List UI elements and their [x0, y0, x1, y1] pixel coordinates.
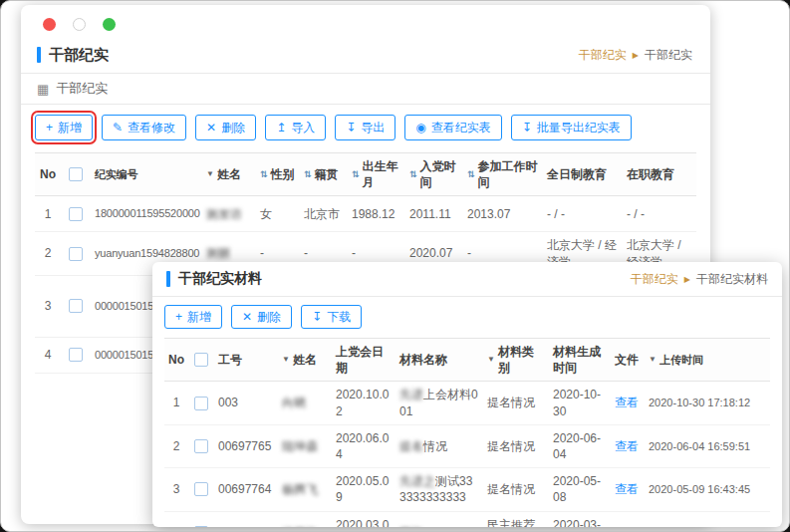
column-label: 上传时间: [659, 353, 703, 368]
column-header[interactable]: ▼姓名: [202, 161, 256, 187]
table-cell: 2020-06-04 16:59:51: [645, 434, 750, 459]
breadcrumb: 干部纪实 ▶ 干部纪实材料: [631, 271, 768, 288]
select-all-checkbox[interactable]: [194, 353, 208, 367]
title-accent-bar: [166, 271, 170, 287]
column-header[interactable]: ▼姓名: [278, 347, 332, 373]
view-edit-button[interactable]: ✎查看修改: [102, 115, 186, 140]
row-checkbox[interactable]: [194, 439, 208, 453]
maximize-button[interactable]: [103, 18, 116, 31]
row-checkbox[interactable]: [69, 299, 83, 313]
table-cell: 2020.05.09: [332, 468, 395, 510]
table-cell: 测发语: [202, 201, 256, 227]
checkbox-cell: [188, 434, 214, 458]
column-header: 文件: [611, 347, 645, 373]
redacted-text: 先进之: [399, 474, 435, 488]
view-file-link[interactable]: 查看: [615, 439, 639, 453]
table-row: 300697764杨腾飞2020.05.09先进之测试333333333333提…: [164, 468, 770, 511]
row-checkbox[interactable]: [69, 207, 83, 221]
table-cell: 2020-05-08: [549, 468, 611, 510]
import-button[interactable]: ↥导入: [265, 115, 326, 140]
redacted-text: 先进: [399, 388, 423, 401]
export-icon: ↧: [522, 122, 532, 133]
checkbox-cell: [61, 343, 91, 367]
column-header[interactable]: ⇅参加工作时间: [463, 153, 543, 195]
close-button[interactable]: [43, 18, 56, 31]
row-index-cell: 4: [35, 342, 61, 368]
column-header[interactable]: ▼材料类别: [483, 339, 549, 381]
button-label: 下载: [327, 309, 351, 326]
column-label: 在职教育: [627, 166, 674, 182]
column-header[interactable]: ▼上传时间: [645, 348, 750, 373]
table-header-row: No纪实编号▼姓名⇅性别⇅籍贯⇅出生年月⇅入党时间⇅参加工作时间全日制教育在职教…: [35, 152, 696, 196]
sort-icon: ⇅: [260, 170, 268, 179]
table-cell: 2020-03-04: [549, 512, 611, 528]
row-checkbox[interactable]: [194, 397, 208, 410]
table-cell: 提名情况: [395, 433, 483, 459]
column-label: 籍贯: [315, 166, 339, 182]
column-header: 工号: [214, 347, 278, 373]
row-checkbox[interactable]: [69, 348, 83, 362]
row-checkbox[interactable]: [69, 247, 83, 261]
table-cell: 2020.06.04: [332, 425, 395, 467]
table-cell: 2020-05-09 16:43:45: [645, 477, 750, 502]
column-header[interactable]: ⇅籍贯: [300, 161, 348, 187]
breadcrumb-parent[interactable]: 干部纪实: [631, 271, 678, 288]
table-header-row: No工号▼姓名上党会日期材料名称▼材料类别材料生成时间文件▼上传时间: [164, 338, 770, 382]
table-cell: 00697765: [214, 433, 278, 459]
view-file-link[interactable]: 查看: [615, 396, 639, 409]
table-cell: 杨腾飞: [278, 476, 332, 502]
column-label: 性别: [271, 166, 295, 182]
column-header: No: [35, 161, 61, 187]
button-label: 新增: [58, 120, 82, 136]
export-button[interactable]: ↧导出: [335, 115, 395, 140]
page-header: 干部纪实材料 干部纪实 ▶ 干部纪实材料: [152, 262, 782, 296]
redacted-text: 腾飞: [399, 526, 423, 527]
button-label: 批量导出纪实表: [537, 120, 621, 136]
table-cell: 汤腾飞: [278, 520, 332, 527]
column-header[interactable]: ⇅性别: [256, 161, 300, 187]
table-cell: 提名情况: [483, 433, 549, 459]
minimize-button[interactable]: [73, 18, 86, 31]
table-row: 200697765陆坤森2020.06.04提名情况提名情况2020-06-04…: [164, 425, 770, 468]
download-button[interactable]: ↧下载: [301, 305, 362, 329]
checkbox-cell: [188, 521, 214, 527]
delete-button[interactable]: ✕删除: [195, 115, 256, 140]
batch-export-record-table-button[interactable]: ↧批量导出纪实表: [511, 115, 632, 140]
row-index-cell: 4: [164, 520, 188, 527]
table-cell: 1988.12: [348, 201, 405, 227]
table-cell: 提名情况: [483, 476, 549, 502]
column-header: No: [164, 347, 188, 373]
row-checkbox[interactable]: [194, 482, 208, 496]
delete-button[interactable]: ✕删除: [231, 305, 292, 329]
row-checkbox[interactable]: [194, 526, 208, 527]
column-label: 文件: [615, 352, 639, 368]
select-all-checkbox[interactable]: [69, 167, 83, 181]
eye-icon: ◉: [415, 122, 425, 133]
view-file-link[interactable]: 查看: [615, 526, 639, 527]
column-label: 上党会日期: [336, 344, 392, 376]
table-cell: 2011.11: [405, 201, 463, 227]
view-file-link[interactable]: 查看: [615, 482, 639, 496]
column-label: 材料类别: [498, 344, 545, 376]
redacted-text: 陆坤森: [282, 439, 318, 453]
table-cell: 查看: [611, 520, 645, 527]
row-index-cell: 1: [35, 201, 61, 227]
page-title: 干部纪实材料: [178, 270, 262, 288]
column-label: 工号: [218, 352, 242, 368]
column-label: 姓名: [293, 352, 317, 368]
breadcrumb-parent[interactable]: 干部纪实: [579, 47, 627, 64]
column-header[interactable]: ⇅入党时间: [405, 153, 463, 195]
table-cell: 003: [214, 390, 278, 415]
checkbox-cell: [188, 477, 214, 501]
add-button[interactable]: +新增: [35, 115, 93, 140]
table-row: 400697764汤腾飞2020.03.03腾飞测试民主推荐情况2020-03-…: [164, 512, 770, 528]
button-label: 删除: [221, 120, 245, 136]
table-row: 1180000011595520000测发语女北京市1988.122011.11…: [35, 196, 696, 232]
column-header[interactable]: ⇅出生年月: [348, 153, 405, 195]
add-button[interactable]: +新增: [164, 305, 222, 329]
view-record-table-button[interactable]: ◉查看纪实表: [404, 115, 501, 140]
cell-text: 测试: [423, 526, 447, 527]
redacted-text: 提名: [399, 439, 423, 453]
breadcrumb-current: 干部纪实材料: [696, 271, 768, 288]
close-icon: ✕: [206, 122, 216, 133]
